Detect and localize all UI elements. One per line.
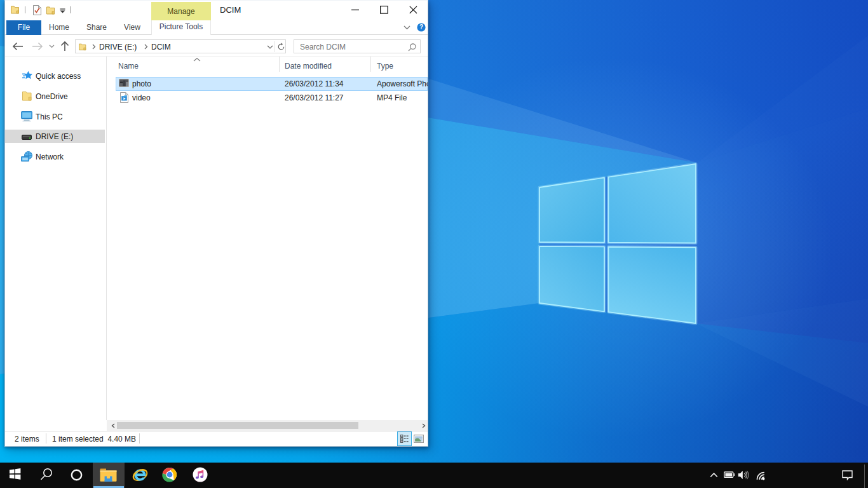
svg-text:?: ? — [419, 24, 423, 30]
